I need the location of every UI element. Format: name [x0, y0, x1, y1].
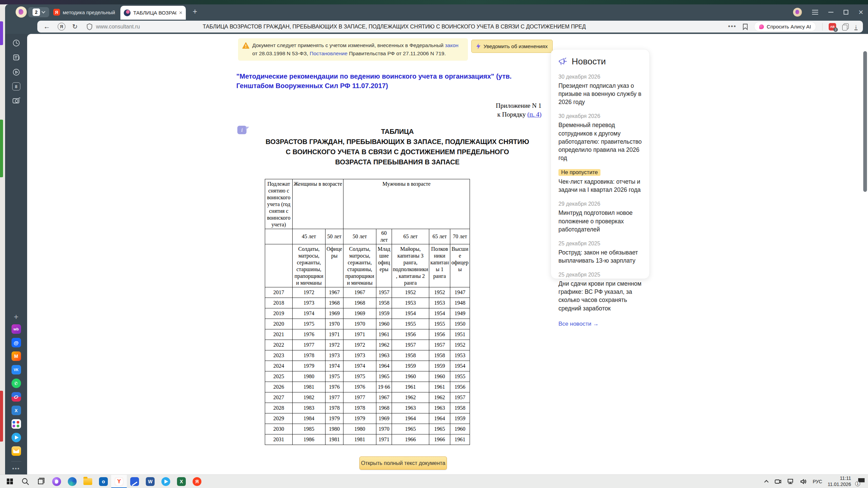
site-security-icon[interactable]	[86, 23, 93, 30]
table-row: 20231978197319731963195819581953	[265, 350, 470, 361]
taskbar-telegram-icon[interactable]	[158, 475, 174, 488]
birth-year-cell: 1962	[392, 392, 429, 403]
apps-grid-icon[interactable]	[12, 419, 21, 429]
adblock-extension-icon[interactable]: AB 2	[829, 23, 836, 30]
taskbar-edge-icon[interactable]	[64, 475, 80, 488]
start-button[interactable]	[2, 475, 18, 488]
law-link[interactable]: закон	[445, 42, 458, 48]
whatsapp-icon[interactable]: ✆	[12, 379, 21, 388]
news-item[interactable]: 29 декабря 2026Минтруд подготовил новое …	[558, 201, 642, 233]
add-shortcut-icon[interactable]: +	[14, 313, 18, 320]
birth-year-cell: 1976	[293, 329, 326, 340]
decree-link[interactable]: Постановление	[310, 50, 348, 56]
news-date: 25 декабря 2025	[558, 272, 642, 278]
news-item[interactable]: 30 декабря 2026Временный перевод сотрудн…	[558, 113, 642, 162]
news-item[interactable]: Не пропуститеЧек-лист кадровика: отчеты …	[558, 169, 642, 194]
tab-methodika[interactable]: Я методика предельный во	[53, 7, 116, 17]
camera-tray-icon[interactable]	[774, 478, 782, 485]
birth-year-cell: 1972	[293, 287, 326, 298]
scrollbar-thumb[interactable]	[863, 51, 867, 192]
vk-icon[interactable]: VK	[12, 365, 21, 374]
birth-year-cell: 1985	[293, 424, 326, 434]
document-source-title[interactable]: "Методические рекомендации по ведению во…	[236, 72, 545, 90]
more-icon[interactable]: •••	[12, 466, 20, 472]
table-row: 202619811976197619 66196119611956	[265, 382, 470, 392]
task-view-icon[interactable]	[33, 475, 49, 488]
year-cell: 2018	[265, 298, 293, 308]
all-news-link[interactable]: Все новости →	[558, 321, 642, 327]
birth-year-cell: 1984	[293, 413, 326, 424]
birth-year-cell: 1962	[429, 392, 450, 403]
more-actions-icon[interactable]: •••	[728, 23, 736, 30]
birth-year-cell: 1980	[293, 371, 326, 382]
p4-link[interactable]: (п. 4)	[527, 111, 541, 118]
network-tray-icon[interactable]	[787, 478, 794, 485]
birth-year-cell: 1956	[392, 329, 429, 340]
video-icon[interactable]	[12, 68, 21, 77]
url-text[interactable]: www.consultant.ru	[96, 24, 140, 30]
bookmark-icon[interactable]	[743, 23, 748, 30]
screenshot-icon[interactable]	[12, 96, 21, 105]
back-icon[interactable]: ←	[43, 23, 50, 30]
services-icon[interactable]: X	[12, 406, 21, 415]
minimize-button[interactable]	[828, 12, 833, 13]
megaphone-icon	[558, 57, 568, 66]
mailru-icon[interactable]: @	[12, 338, 21, 347]
feed-icon[interactable]	[12, 53, 21, 62]
hidden-icons-chevron[interactable]	[764, 480, 769, 484]
tab-counter-button[interactable]: 2	[28, 7, 49, 17]
refresh-icon[interactable]: ↻	[72, 23, 78, 30]
ask-alice-button[interactable]: Спросить Алису AI	[754, 22, 816, 32]
open-full-text-button[interactable]: Открыть полный текст документа	[359, 456, 447, 470]
news-item[interactable]: 25 декабря 2025Роструд: закон не обязыва…	[558, 241, 642, 265]
taskbar-search-icon[interactable]	[18, 475, 33, 488]
history-icon[interactable]	[12, 39, 21, 47]
birth-year-cell: 1972	[326, 340, 343, 350]
downloads-icon[interactable]: ↓	[854, 23, 857, 30]
taskbar-scanner-app-icon[interactable]	[127, 475, 142, 488]
tab-close-icon[interactable]: ×	[179, 9, 182, 16]
year-cell: 2019	[265, 308, 293, 319]
taskbar-explorer-icon[interactable]	[80, 475, 96, 488]
notify-changes-button[interactable]: Уведомить об изменениях	[471, 40, 553, 53]
taskbar-yandex-browser-icon-active[interactable]: Y	[111, 475, 127, 488]
table-header-groups: Подлежат снятию с воинского учета (год с…	[265, 179, 470, 229]
birth-year-cell: 1977	[343, 392, 376, 403]
appendix-reference: Приложение N 1 к Порядку (п. 4)	[372, 101, 541, 119]
birth-year-cell: 1961	[392, 382, 429, 392]
language-indicator[interactable]: РУС	[813, 479, 822, 484]
yandex-favicon: Я	[53, 9, 60, 16]
taskbar-word-icon[interactable]: W	[142, 475, 158, 488]
birth-year-cell: 1968	[326, 298, 343, 308]
tab-tablica-active[interactable]: ТАБЛИЦА ВОЗРАСТОВ ×	[120, 6, 186, 20]
notifications-icon[interactable]: 1	[856, 478, 865, 485]
new-tab-button[interactable]: +	[191, 8, 199, 16]
birth-year-cell: 1964	[376, 361, 392, 371]
taskbar-yandex-icon[interactable]: Я	[189, 475, 205, 488]
notice-text: Документ следует применять с учетом изме…	[252, 42, 445, 48]
maximize-button[interactable]	[844, 10, 848, 15]
wildberries-icon[interactable]: wb	[12, 324, 21, 334]
address-bar[interactable]: ← Я ↻ www.consultant.ru ТАБЛИЦА ВОЗРАСТО…	[37, 21, 863, 33]
user-avatar[interactable]	[793, 8, 802, 17]
clock[interactable]: 11:11 11.01.2026	[828, 475, 851, 487]
yandex-mail-icon[interactable]	[12, 446, 21, 456]
news-item[interactable]: 25 декабря 2025Дни сдачи крови при сменн…	[558, 272, 642, 312]
taskbar-alice-icon[interactable]	[49, 475, 64, 488]
telegram-icon[interactable]	[12, 433, 21, 442]
birth-year-cell: 1982	[293, 392, 326, 403]
volume-tray-icon[interactable]	[800, 478, 807, 485]
menu-icon[interactable]	[812, 12, 818, 13]
market-icon[interactable]: М	[12, 351, 21, 361]
yandex-home-icon[interactable]: Я	[58, 23, 65, 30]
taskbar-outlook-icon[interactable]	[96, 475, 111, 488]
taskbar-excel-icon[interactable]: X	[174, 475, 189, 488]
news-item[interactable]: 30 декабря 2026Президент подписал указ о…	[558, 74, 642, 106]
tabs-panel-icon[interactable]: 8	[12, 82, 20, 90]
table-row: 20211976197119711961195619561951	[265, 329, 470, 340]
extension-icon[interactable]	[842, 23, 848, 30]
news-text: Минтруд подготовил новое положение о про…	[558, 209, 642, 233]
browser-profile-avatar[interactable]	[16, 6, 27, 18]
close-button[interactable]: ×	[859, 9, 863, 16]
ok-icon[interactable]	[12, 392, 21, 402]
